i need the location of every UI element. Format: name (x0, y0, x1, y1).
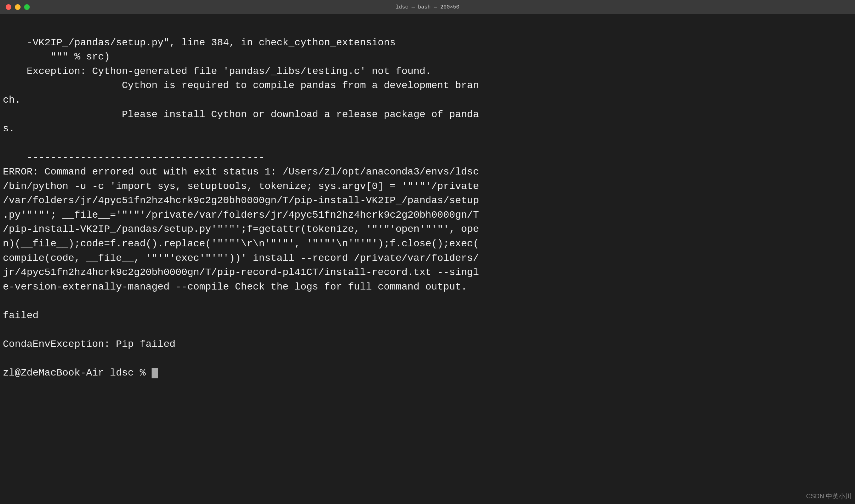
traffic-lights (6, 4, 30, 10)
terminal-window: ldsc — bash — 200×50 -VK2IP_/pandas/setu… (0, 0, 855, 504)
window-title: ldsc — bash — 200×50 (396, 4, 459, 10)
close-button[interactable] (6, 4, 11, 10)
maximize-button[interactable] (24, 4, 30, 10)
terminal-output: -VK2IP_/pandas/setup.py", line 384, in c… (0, 14, 855, 416)
terminal-text: -VK2IP_/pandas/setup.py", line 384, in c… (3, 37, 479, 379)
watermark: CSDN 中英小川 (806, 492, 851, 500)
terminal-cursor (152, 368, 158, 378)
title-bar: ldsc — bash — 200×50 (0, 0, 855, 14)
minimize-button[interactable] (15, 4, 21, 10)
